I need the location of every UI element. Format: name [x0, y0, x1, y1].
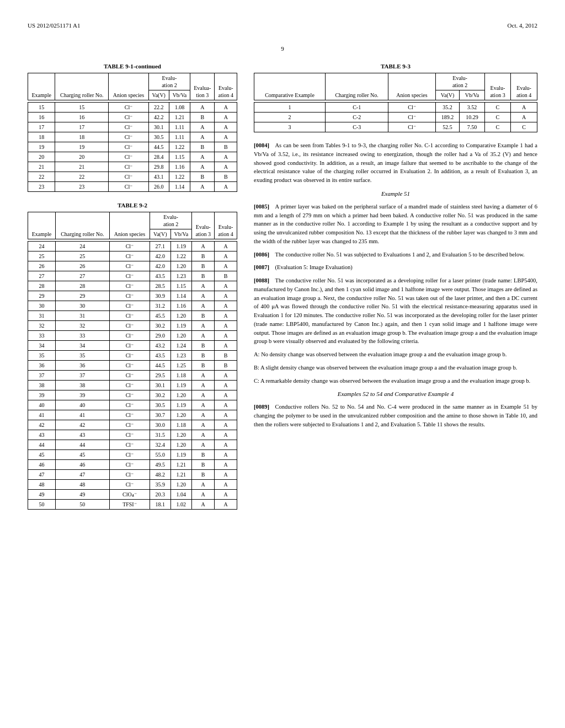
table-row: 3737Cl⁻29.51.18AA [28, 371, 237, 381]
paragraph-0084: [0084] As can be seen from Tables 9-1 to… [254, 141, 537, 185]
table-row: 3636Cl⁻44.51.25BB [28, 361, 237, 371]
content-area: TABLE 9-1-continued Example Charging rol… [28, 63, 537, 510]
table-row: 2020Cl⁻28.41.15AA [28, 152, 237, 162]
section-title: Example 51 [254, 190, 537, 197]
col-charging: Charging roller No. [55, 73, 109, 100]
table-row: 2929Cl⁻30.91.14AA [28, 291, 237, 301]
table-93: Comparative Example Charging roller No. … [254, 73, 537, 132]
table-row: 1515Cl⁻22.21.08AA [28, 103, 237, 113]
table-row: 3131Cl⁻45.51.20BA [28, 311, 237, 321]
col93-evalua3: Evalu-ation 3 [484, 73, 511, 100]
criteria-criteria_c: C: A remarkable density change was obser… [254, 377, 537, 386]
table-row: 4646Cl⁻49.51.21BA [28, 460, 237, 470]
table-row: 4747Cl⁻48.21.21BA [28, 470, 237, 480]
col92-evalua3: Evalu-ation 3 [192, 212, 215, 239]
col92-va: Va(V) [150, 229, 170, 239]
col93-evalua4: Evalu-ation 4 [511, 73, 537, 100]
table-row: 3434Cl⁻43.21.24BA [28, 341, 237, 351]
col93-vbva: Vb/Va [460, 90, 484, 100]
col92-anion: Anion species [109, 212, 150, 239]
col-evalua3: Evalua-tion 3 [190, 73, 215, 100]
col93-va: Va(V) [435, 90, 460, 100]
table-row: 3535Cl⁻43.51.23BB [28, 351, 237, 361]
table-row: 4242Cl⁻30.01.18AA [28, 420, 237, 430]
table-row: 3939Cl⁻30.21.20AA [28, 390, 237, 400]
col93-evalu2: Evalu-ation 2 [435, 73, 484, 90]
table-row: 1818Cl⁻30.51.11AA [28, 132, 237, 142]
col92-vbva: Vb/Va [170, 229, 192, 239]
criteria-criteria_a: A: No density change was observed betwee… [254, 350, 537, 359]
table-row: 2727Cl⁻43.51.23BB [28, 271, 237, 281]
table-91-continued: Example Charging roller No. Anion specie… [28, 73, 237, 192]
table-row: 2222Cl⁻43.11.22BB [28, 172, 237, 182]
col93-charging: Charging roller No. [326, 73, 388, 100]
table-row: 4848Cl⁻35.91.20AA [28, 480, 237, 490]
col93-comp-example: Comparative Example [254, 73, 326, 100]
table-row: 2626Cl⁻42.01.20BA [28, 261, 237, 271]
table-93-title: TABLE 9-3 [254, 63, 537, 69]
table-row: 2323Cl⁻26.01.14AA [28, 182, 237, 192]
table-row: 1616Cl⁻42.21.21BA [28, 113, 237, 122]
table-row: 4545Cl⁻55.01.19BA [28, 450, 237, 460]
paragraph-0089: [0089] Conductive rollers No. 52 to No. … [254, 403, 537, 429]
table-row: 1717Cl⁻30.11.11AA [28, 122, 237, 132]
table-row: 1919Cl⁻44.51.22BB [28, 142, 237, 152]
col-anion: Anion species [109, 73, 148, 100]
table-row: 2424Cl⁻27.11.19AA [28, 242, 237, 251]
right-column: TABLE 9-3 Comparative Example Charging r… [254, 63, 537, 510]
col-va: Va(V) [148, 90, 169, 100]
col92-charging: Charging roller No. [55, 212, 109, 239]
table-row: 4141Cl⁻30.71.20AA [28, 410, 237, 420]
publication-date: Oct. 4, 2012 [508, 22, 537, 29]
paragraph-0088: [0088] The conductive roller No. 51 was … [254, 276, 537, 346]
col92-evalu2: Evalu-ation 2 [150, 212, 192, 229]
paragraph-0085: [0085] A primer layer was baked on the p… [254, 202, 537, 246]
table-row: 2C-2Cl⁻189.210.29CA [254, 113, 537, 122]
table-row: 4949ClO₄⁻20.31.04AA [28, 490, 237, 500]
page-number: 9 [28, 45, 537, 52]
table-92-title: TABLE 9-2 [28, 202, 237, 208]
table-92: Example Charging roller No. Anion specie… [28, 212, 237, 510]
col92-example: Example [28, 212, 56, 239]
col-example: Example [28, 73, 55, 100]
table-row: 3C-3Cl⁻52.57.50CC [254, 122, 537, 132]
table-row: 4343Cl⁻31.51.20AA [28, 430, 237, 440]
paragraph-0086: [0086] The conductive roller No. 51 was … [254, 250, 537, 259]
table-row: 3232Cl⁻30.21.19AA [28, 321, 237, 331]
page-header: US 2012/0251171 A1 Oct. 4, 2012 [28, 22, 537, 29]
col93-anion: Anion species [388, 73, 435, 100]
table-row: 4444Cl⁻32.41.20AA [28, 440, 237, 450]
table-row: 3333Cl⁻29.01.20AA [28, 331, 237, 341]
section-title: Examples 52 to 54 and Comparative Exampl… [254, 390, 537, 397]
table-row: 2121Cl⁻29.81.16AA [28, 162, 237, 172]
col-evalu2-header: Evalu-ation 2 [148, 73, 190, 90]
left-column: TABLE 9-1-continued Example Charging rol… [28, 63, 237, 510]
paragraphs-container: [0084] As can be seen from Tables 9-1 to… [254, 141, 537, 429]
table-row: 1C-1Cl⁻35.23.52CA [254, 103, 537, 113]
patent-number: US 2012/0251171 A1 [28, 22, 81, 29]
table-row: 3030Cl⁻31.21.16AA [28, 301, 237, 311]
col-evalua4: Evalu-ation 4 [215, 73, 237, 100]
table-row: 2828Cl⁻28.51.15AA [28, 281, 237, 291]
paragraph-0087: [0087] (Evaluation 5: Image Evaluation) [254, 263, 537, 272]
col92-evalua4: Evalu-ation 4 [215, 212, 237, 239]
table-row: 5050TFSI⁻18.11.02AA [28, 500, 237, 510]
criteria-criteria_b: B: A slight density change was observed … [254, 363, 537, 372]
table-row: 4040Cl⁻30.51.19AA [28, 400, 237, 410]
table-91-title: TABLE 9-1-continued [28, 63, 237, 69]
table-row: 2525Cl⁻42.01.22BA [28, 251, 237, 261]
col-vbva: Vb/Va [169, 90, 190, 100]
table-row: 3838Cl⁻30.11.19AA [28, 381, 237, 390]
